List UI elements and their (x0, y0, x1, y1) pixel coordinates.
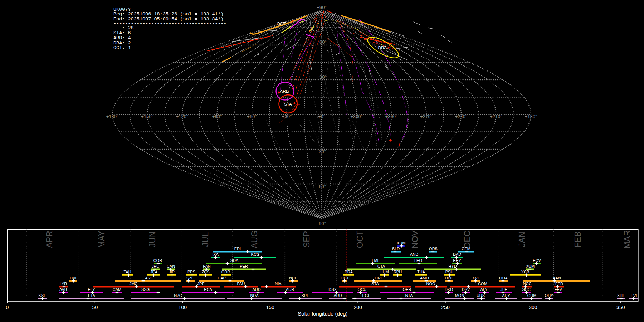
svg-text:DKD: DKD (445, 287, 453, 292)
svg-text:ORI: ORI (375, 276, 382, 280)
svg-text:0: 0 (6, 304, 9, 310)
svg-text:CAP: CAP (218, 276, 226, 280)
svg-text:ARD: ARD (333, 293, 342, 298)
svg-text:...: 28: ...: 28 (113, 25, 134, 31)
svg-text:QUA: QUA (499, 276, 508, 280)
svg-text:SSG: SSG (141, 287, 150, 292)
svg-text:JLE: JLE (501, 287, 507, 292)
svg-text:Beg: 20251006 18:35:26 (sol =: Beg: 20251006 18:35:26 (sol = 193.41°) (113, 11, 224, 17)
svg-text:DSX: DSX (328, 287, 337, 292)
svg-text:AND: AND (410, 252, 418, 257)
svg-text:AUG: AUG (250, 230, 259, 248)
svg-text:+60°: +60° (247, 114, 257, 119)
svg-text:PER: PER (240, 264, 248, 268)
svg-text:+240°: +240° (455, 114, 467, 119)
svg-text:+180°: +180° (525, 114, 537, 119)
svg-text:LUM: LUM (380, 270, 389, 274)
svg-text:JUL: JUL (201, 232, 210, 247)
svg-text:ARI: ARI (145, 276, 151, 280)
svg-text:SCC: SCC (522, 287, 530, 292)
svg-text:NIA: NIA (275, 282, 282, 286)
svg-text:+60°: +60° (317, 39, 326, 45)
svg-text:PSU: PSU (445, 270, 454, 274)
svg-text:CAM: CAM (113, 287, 121, 292)
svg-text:PPS: PPS (187, 270, 195, 274)
svg-text:PCA: PCA (204, 287, 212, 292)
svg-text:ARD: ARD (280, 89, 289, 93)
svg-text:MON: MON (455, 293, 464, 298)
svg-text:+90°: +90° (317, 5, 326, 10)
svg-text:URS: URS (477, 293, 485, 298)
svg-text:NOV: NOV (410, 230, 420, 248)
svg-text:STA: STA (371, 282, 379, 286)
svg-text:GDR: GDR (221, 270, 230, 274)
svg-text:NTA: NTA (405, 293, 413, 298)
svg-text:GUM: GUM (527, 293, 537, 298)
svg-text:FEV: FEV (555, 287, 562, 292)
svg-text:DEC: DEC (463, 231, 472, 248)
svg-text:NCC: NCC (523, 282, 532, 286)
svg-text:XCB: XCB (521, 270, 530, 274)
svg-text:Solar longitude (deg): Solar longitude (deg) (298, 311, 347, 317)
svg-text:+210°: +210° (490, 114, 502, 119)
svg-text:LMI: LMI (372, 258, 378, 263)
svg-text:250: 250 (441, 304, 450, 310)
svg-text:OCU: OCU (358, 287, 367, 292)
svg-text:+180°: +180° (106, 114, 118, 119)
svg-text:AMO: AMO (420, 276, 429, 280)
svg-text:CAN: CAN (167, 264, 175, 268)
svg-text:XVI: XVI (472, 276, 479, 280)
svg-text:APR: APR (45, 231, 54, 248)
svg-text:AUD: AUD (252, 287, 260, 292)
svg-text:MAR: MAR (623, 230, 632, 248)
svg-text:CTA: CTA (377, 264, 385, 268)
svg-text:HYD: HYD (448, 264, 457, 268)
svg-text:DRA: DRA (345, 270, 353, 274)
svg-text:JPE: JPE (197, 282, 204, 286)
svg-text:SEP: SEP (302, 231, 311, 248)
svg-text:JIP: JIP (169, 270, 175, 274)
svg-text:COR: COR (153, 258, 162, 263)
svg-text:NZC: NZC (174, 293, 182, 298)
svg-text:DPC: DPC (445, 276, 453, 280)
svg-text:+150°: +150° (141, 114, 153, 119)
svg-text:NDA: NDA (250, 293, 259, 298)
svg-text:+90°: +90° (212, 114, 222, 119)
svg-text:NOO: NOO (426, 282, 435, 286)
svg-text:EVI: EVI (631, 293, 637, 298)
svg-text:DAD: DAD (453, 252, 461, 257)
svg-text:GEM: GEM (462, 247, 470, 251)
svg-text:JRC: JRC (152, 264, 159, 268)
svg-text:-60°: -60° (317, 184, 326, 189)
svg-text:JEA: JEA (150, 270, 158, 274)
svg-text:THA: THA (417, 270, 425, 274)
svg-text:+330°: +330° (350, 114, 362, 119)
svg-text:300: 300 (529, 304, 537, 310)
svg-text:OCT: 1: OCT: 1 (113, 45, 131, 50)
svg-text:350: 350 (616, 304, 625, 310)
svg-text:ERI: ERI (234, 247, 241, 251)
svg-text:AUR: AUR (286, 287, 294, 292)
svg-text:-30°: -30° (317, 149, 326, 154)
svg-text:+270°: +270° (420, 114, 432, 119)
svg-text:AHY: AHY (502, 293, 510, 298)
svg-text:OCT: OCT (277, 21, 286, 26)
svg-text:150: 150 (266, 304, 275, 310)
svg-text:FTA: FTA (88, 293, 96, 298)
svg-text:AVB: AVB (59, 287, 67, 292)
svg-text:PAU: PAU (237, 282, 245, 286)
svg-text:KUM: KUM (397, 241, 405, 245)
svg-text:OCT: OCT (341, 276, 349, 280)
svg-text:LEO: LEO (414, 258, 422, 263)
svg-text:IXA: IXA (212, 252, 219, 257)
svg-text:50: 50 (92, 304, 98, 310)
svg-text:ELY: ELY (88, 287, 96, 292)
svg-text:ALY: ALY (480, 287, 488, 292)
svg-text:JUN: JUN (148, 231, 157, 248)
svg-text:ZCS: ZCS (202, 270, 210, 274)
svg-text:EHY: EHY (453, 258, 461, 263)
svg-text:XUM: XUM (526, 264, 535, 268)
svg-text:ECV: ECV (533, 258, 541, 263)
svg-text:STA: STA (284, 102, 292, 106)
svg-text:MAY: MAY (97, 231, 106, 248)
